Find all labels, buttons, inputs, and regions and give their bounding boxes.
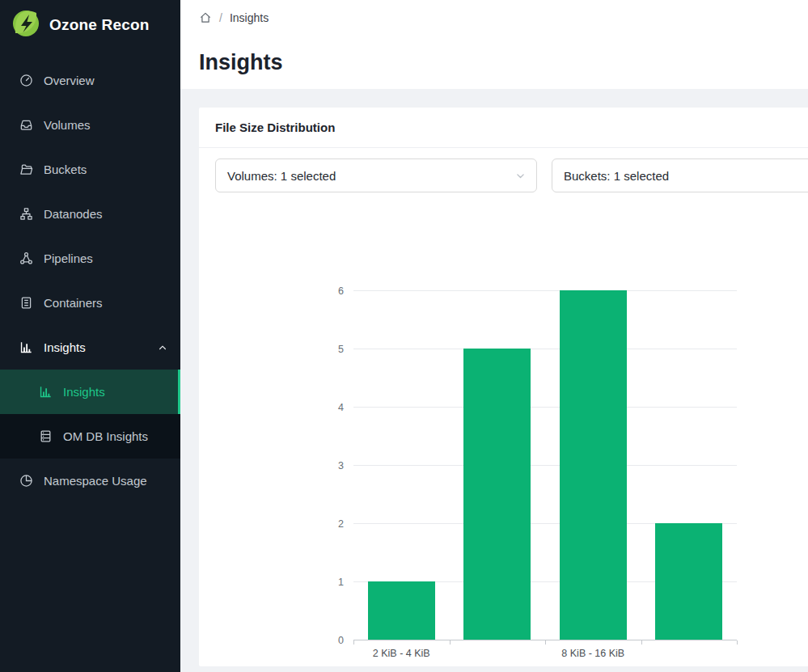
page-header: / Insights Insights bbox=[180, 0, 808, 89]
sidebar-subitem-insights[interactable]: Insights bbox=[0, 370, 180, 414]
sidebar-item-containers[interactable]: Containers bbox=[0, 281, 180, 325]
sidebar: Ozone Recon Overview Volumes bbox=[0, 0, 180, 672]
page-title: Insights bbox=[199, 50, 789, 75]
database-icon bbox=[39, 429, 53, 443]
sidebar-item-label: Namespace Usage bbox=[44, 474, 147, 488]
y-axis-label: 6 bbox=[338, 286, 344, 297]
card-body: Volumes: 1 selected Buckets: 1 selected bbox=[199, 148, 808, 666]
ozone-logo-icon bbox=[11, 8, 41, 42]
x-axis-label: 8 KiB - 16 KiB bbox=[561, 648, 624, 659]
sidebar-item-label: Datanodes bbox=[44, 207, 103, 221]
y-axis-label: 2 bbox=[338, 519, 344, 530]
cluster-icon bbox=[19, 207, 33, 221]
x-axis-tick bbox=[450, 640, 451, 645]
folder-open-icon bbox=[19, 163, 33, 176]
gridline bbox=[353, 349, 737, 349]
y-axis-label: 3 bbox=[338, 461, 344, 471]
main-content: / Insights Insights File Size Distributi… bbox=[180, 0, 808, 672]
x-axis-tick bbox=[545, 640, 546, 645]
deployment-icon bbox=[19, 251, 33, 265]
content-area: File Size Distribution Volumes: 1 select… bbox=[180, 89, 808, 672]
dashboard-icon bbox=[19, 74, 33, 87]
sidebar-menu: Overview Volumes Bucke bbox=[0, 58, 180, 503]
sidebar-item-label: Insights bbox=[63, 385, 105, 399]
sidebar-item-volumes[interactable]: Volumes bbox=[0, 103, 180, 147]
chart-bar bbox=[368, 581, 435, 640]
y-axis-label: 4 bbox=[338, 403, 344, 413]
app-logo: Ozone Recon bbox=[0, 0, 180, 50]
y-axis-label: 1 bbox=[338, 577, 344, 588]
sidebar-item-buckets[interactable]: Buckets bbox=[0, 147, 180, 192]
chevron-up-icon bbox=[158, 343, 167, 353]
inbox-icon bbox=[19, 118, 33, 132]
x-axis-tick bbox=[737, 640, 738, 645]
sidebar-item-label: Pipelines bbox=[44, 251, 93, 265]
breadcrumb: / Insights bbox=[199, 10, 789, 26]
y-axis-label: 5 bbox=[338, 344, 344, 355]
gridline bbox=[353, 290, 737, 291]
bar-chart-icon bbox=[39, 385, 53, 399]
sidebar-item-insights[interactable]: Insights bbox=[0, 325, 180, 370]
chart-bar bbox=[463, 349, 531, 640]
gridline bbox=[353, 465, 737, 466]
volumes-select[interactable]: Volumes: 1 selected bbox=[215, 158, 537, 192]
sidebar-item-datanodes[interactable]: Datanodes bbox=[0, 192, 180, 236]
sidebar-item-label: Containers bbox=[44, 296, 103, 310]
container-icon bbox=[19, 296, 33, 310]
app-title: Ozone Recon bbox=[49, 16, 150, 34]
bar-chart-icon bbox=[19, 340, 33, 354]
chart-bar bbox=[655, 523, 722, 640]
sidebar-item-namespace-usage[interactable]: Namespace Usage bbox=[0, 459, 180, 503]
card-title: File Size Distribution bbox=[199, 108, 808, 148]
chevron-down-icon bbox=[515, 171, 526, 181]
sidebar-item-overview[interactable]: Overview bbox=[0, 58, 180, 103]
file-size-distribution-card: File Size Distribution Volumes: 1 select… bbox=[199, 108, 808, 666]
x-axis-tick bbox=[641, 640, 642, 645]
sidebar-item-label: Buckets bbox=[44, 163, 87, 176]
y-axis-label: 0 bbox=[338, 636, 344, 646]
sidebar-item-label: OM DB Insights bbox=[63, 429, 148, 443]
filter-bar: Volumes: 1 selected Buckets: 1 selected bbox=[215, 158, 808, 192]
sidebar-item-label: Overview bbox=[44, 74, 95, 87]
file-size-distribution-chart: 01234562 KiB - 4 KiB8 KiB - 16 KiB bbox=[215, 192, 808, 650]
sidebar-item-pipelines[interactable]: Pipelines bbox=[0, 236, 180, 281]
breadcrumb-current: Insights bbox=[230, 11, 269, 24]
buckets-select-value: Buckets: 1 selected bbox=[564, 169, 669, 183]
buckets-select[interactable]: Buckets: 1 selected bbox=[552, 158, 808, 192]
gridline bbox=[353, 407, 737, 408]
breadcrumb-separator: / bbox=[219, 11, 222, 24]
app-window: Ozone Recon Overview Volumes bbox=[0, 0, 808, 672]
chart-bar bbox=[560, 290, 627, 640]
x-axis-label: 2 KiB - 4 KiB bbox=[373, 648, 430, 659]
volumes-select-value: Volumes: 1 selected bbox=[227, 169, 336, 183]
chart-plot: 01234562 KiB - 4 KiB8 KiB - 16 KiB bbox=[353, 291, 737, 640]
pie-chart-icon bbox=[19, 474, 33, 488]
sidebar-subitem-om-db-insights[interactable]: OM DB Insights bbox=[0, 414, 180, 459]
sidebar-item-label: Insights bbox=[44, 340, 86, 354]
x-axis-tick bbox=[353, 640, 354, 645]
home-icon[interactable] bbox=[199, 11, 212, 24]
sidebar-item-label: Volumes bbox=[44, 118, 91, 132]
